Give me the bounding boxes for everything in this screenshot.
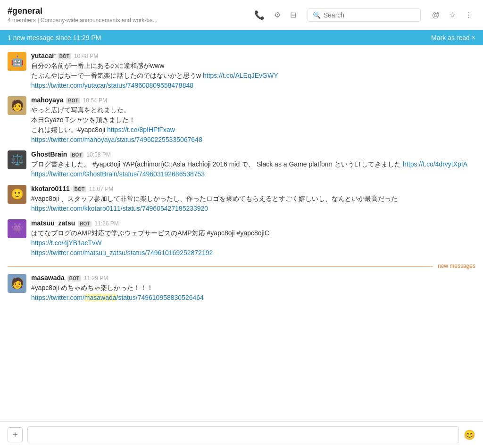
message-link[interactable]: https://twitter.com/mahoyaya/status/7496… (31, 136, 202, 143)
add-attachment-button[interactable]: + (8, 427, 23, 442)
message-header: matsuu_zatsu BOT 11:26 PM (31, 219, 475, 227)
close-icon: × (472, 34, 475, 41)
message-content: GhostBrain BOT 10:58 PM ブログ書きました。 #yapc8… (31, 150, 475, 179)
highlight-text: masawada (84, 294, 117, 301)
message-row: ⚖️ GhostBrain BOT 10:58 PM ブログ書きました。 #ya… (0, 148, 483, 182)
message-text: ブログ書きました。 #yapc8oji YAP(achimon)C::Asia … (31, 159, 475, 179)
channel-description: Company-wide announcements and work-ba..… (41, 17, 158, 24)
message-header: masawada BOT 11:29 PM (31, 274, 475, 282)
phone-button[interactable]: 📞 (251, 8, 267, 22)
message-text: はてなブログのAMP対応で学ぶウェブサービスのAMP対応 #yapc8oji #… (31, 228, 475, 258)
bot-badge: BOT (70, 152, 83, 158)
message-input[interactable] (27, 426, 459, 443)
bot-badge: BOT (58, 53, 71, 59)
avatar: 🧑 (8, 96, 26, 115)
search-input[interactable] (324, 11, 416, 19)
banner-text: 1 new message since 11:29 PM (8, 34, 101, 41)
header: #general 4 members | Company-wide announ… (0, 0, 483, 30)
message-header: kkotaro0111 BOT 11:07 PM (31, 185, 475, 192)
timestamp: 11:29 PM (84, 275, 108, 282)
new-messages-label: new messages (438, 263, 475, 269)
username: kkotaro0111 (31, 185, 70, 192)
message-text: 自分の名前が一番上にあるのに違和感がwww たぶんやぱちーで一番気楽に話したので… (31, 61, 475, 91)
new-message-banner: 1 new message since 11:29 PM Mark as rea… (0, 30, 483, 45)
emoji-button[interactable]: 😊 (464, 429, 475, 440)
message-header: GhostBrain BOT 10:58 PM (31, 150, 475, 158)
message-content: masawada BOT 11:29 PM #yapc8oji めちゃめちゃ楽し… (31, 274, 475, 303)
timestamp: 10:54 PM (83, 97, 107, 104)
input-area: + 😊 (0, 421, 483, 448)
avatar: 🙂 (8, 185, 26, 204)
avatar: ⚖️ (8, 150, 26, 169)
member-count: 4 members (8, 17, 36, 24)
bot-badge: BOT (78, 221, 92, 227)
more-button[interactable]: ⋮ (462, 8, 475, 22)
username: mahoyaya (31, 96, 63, 104)
at-button[interactable]: @ (429, 8, 442, 22)
timestamp: 10:58 PM (86, 151, 110, 158)
more-icon: ⋮ (465, 11, 473, 19)
avatar: 👾 (8, 219, 26, 238)
bot-badge: BOT (66, 98, 80, 104)
message-header: mahoyaya BOT 10:54 PM (31, 96, 475, 104)
avatar: 🤖 (8, 52, 26, 71)
message-link[interactable]: https://t.co/4drvytXpIA (403, 160, 467, 168)
message-row: 🧑 masawada BOT 11:29 PM #yapc8oji めちゃめちゃ… (0, 271, 483, 306)
layout-icon: ⊟ (290, 11, 296, 19)
message-row: 🙂 kkotaro0111 BOT 11:07 PM #yapc8oji 、スタ… (0, 182, 483, 216)
bot-badge: BOT (67, 275, 81, 282)
message-content: yutacar BOT 10:48 PM 自分の名前が一番上にあるのに違和感がw… (31, 52, 475, 91)
message-link[interactable]: https://twitter.com/GhostBrain/status/74… (31, 170, 205, 178)
emoji-icon: 😊 (464, 430, 475, 440)
username: masawada (31, 274, 65, 282)
header-icons: 📞 ⚙ ⊟ 🔍 @ ☆ ⋮ (251, 8, 475, 22)
message-link[interactable]: https://twitter.com/kkotaro0111/status/7… (31, 205, 208, 212)
settings-button[interactable]: ⚙ (271, 8, 283, 22)
at-icon: @ (432, 11, 440, 19)
plus-icon: + (12, 430, 18, 440)
new-messages-divider: new messages (0, 261, 483, 271)
message-link[interactable]: https://twitter.com/matsuu_zatsu/status/… (31, 249, 213, 257)
username: yutacar (31, 52, 55, 59)
message-row: 🤖 yutacar BOT 10:48 PM 自分の名前が一番上にあるのに違和感… (0, 49, 483, 93)
layout-button[interactable]: ⊟ (287, 8, 299, 22)
message-text: #yapc8oji 、スタッフ参加して非常に楽しかったし、作ったロゴを褒めてもら… (31, 194, 475, 214)
message-link[interactable]: https://t.co/4jYB1acTvW (31, 239, 101, 247)
header-left: #general 4 members | Company-wide announ… (8, 6, 251, 24)
channel-name: #general (8, 6, 251, 16)
message-link[interactable]: https://t.co/8pIHFfFxaw (107, 126, 175, 133)
channel-meta: 4 members | Company-wide announcements a… (8, 17, 251, 24)
message-text: #yapc8oji めちゃめちゃ楽しかった！！！ https://twitter… (31, 283, 475, 303)
message-content: kkotaro0111 BOT 11:07 PM #yapc8oji 、スタッフ… (31, 185, 475, 214)
message-link[interactable]: https://twitter.com/yutacar/status/74960… (31, 82, 193, 89)
search-icon: 🔍 (313, 11, 321, 19)
timestamp: 11:26 PM (94, 220, 118, 227)
search-box[interactable]: 🔍 (308, 8, 421, 22)
message-text: やっと広げて写真をとれました。 本日Gyazo Tシャツを頂きました！ これは嬉… (31, 105, 475, 145)
star-button[interactable]: ☆ (446, 8, 458, 22)
message-link[interactable]: https://t.co/ALEqJEvGWY (203, 72, 278, 79)
timestamp: 10:48 PM (74, 53, 98, 59)
message-link[interactable]: https://twitter.com/masawada/status/7496… (31, 294, 204, 301)
avatar: 🧑 (8, 274, 26, 293)
username: GhostBrain (31, 150, 67, 158)
messages-area: 🤖 yutacar BOT 10:48 PM 自分の名前が一番上にあるのに違和感… (0, 45, 483, 421)
timestamp: 11:07 PM (89, 186, 113, 192)
message-content: matsuu_zatsu BOT 11:26 PM はてなブログのAMP対応で学… (31, 219, 475, 258)
star-icon: ☆ (449, 11, 456, 19)
username: matsuu_zatsu (31, 219, 75, 227)
message-content: mahoyaya BOT 10:54 PM やっと広げて写真をとれました。 本日… (31, 96, 475, 145)
gear-icon: ⚙ (274, 11, 281, 19)
message-row: 🧑 mahoyaya BOT 10:54 PM やっと広げて写真をとれました。 … (0, 93, 483, 148)
message-header: yutacar BOT 10:48 PM (31, 52, 475, 59)
divider-line (8, 266, 433, 266)
bot-badge: BOT (73, 186, 86, 192)
message-row: 👾 matsuu_zatsu BOT 11:26 PM はてなブログのAMP対応… (0, 216, 483, 261)
mark-as-read-button[interactable]: Mark as read × (431, 34, 475, 41)
phone-icon: 📞 (254, 10, 265, 20)
